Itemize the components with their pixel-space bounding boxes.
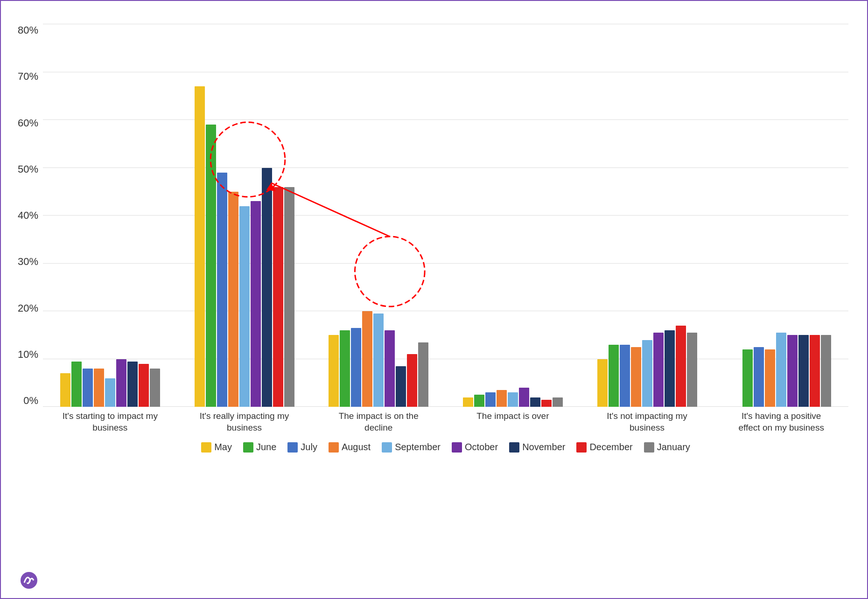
bar: [642, 340, 652, 407]
bar: [508, 392, 518, 407]
y-axis: 0%10%20%30%40%50%60%70%80%: [8, 24, 38, 407]
bar: [273, 187, 283, 407]
x-axis-labels: It's starting to impact mybusinessIt's r…: [43, 411, 848, 433]
bar: [340, 330, 350, 407]
legend-color-swatch: [576, 442, 587, 453]
bar: [329, 335, 339, 407]
y-axis-label: 50%: [8, 163, 38, 175]
bar: [217, 173, 227, 407]
legend-item: July: [287, 442, 317, 453]
category-group: [446, 24, 580, 407]
y-axis-label: 60%: [8, 117, 38, 129]
bar: [620, 345, 630, 407]
bar: [83, 369, 93, 407]
bar: [71, 362, 82, 407]
x-axis-label: It's not impacting mybusiness: [580, 411, 714, 433]
bar: [485, 392, 496, 407]
bar: [284, 187, 294, 407]
x-axis-label: It's having a positiveeffect on my busin…: [714, 411, 848, 433]
y-axis-label: 80%: [8, 24, 38, 36]
bar: [407, 354, 417, 407]
bars-row: [731, 24, 831, 407]
bar: [251, 201, 261, 407]
legend-item: November: [509, 442, 565, 453]
brand-logo: [20, 571, 43, 590]
category-group: [714, 24, 848, 407]
bar: [519, 388, 529, 407]
bar: [609, 345, 619, 407]
bar: [541, 400, 552, 407]
bar: [597, 359, 608, 407]
category-group: [311, 24, 446, 407]
category-group: [43, 24, 177, 407]
legend-label: October: [465, 442, 498, 453]
bar: [754, 347, 764, 407]
y-axis-label: 10%: [8, 348, 38, 361]
bar: [206, 125, 216, 407]
bar: [463, 397, 473, 407]
chart-container: 0%10%20%30%40%50%60%70%80% It's starting…: [0, 0, 868, 599]
legend-color-swatch: [329, 442, 339, 453]
bar: [676, 326, 686, 407]
legend: MayJuneJulyAugustSeptemberOctoberNovembe…: [43, 442, 848, 453]
x-axis-label: The impact is over: [446, 411, 580, 433]
bar: [665, 330, 675, 407]
legend-color-swatch: [201, 442, 211, 453]
category-group: [177, 24, 312, 407]
y-axis-label: 0%: [8, 395, 38, 407]
bar: [385, 330, 395, 407]
bar: [105, 378, 115, 407]
bar: [631, 347, 641, 407]
legend-color-swatch: [382, 442, 392, 453]
bar: [553, 397, 563, 407]
bar: [821, 335, 831, 407]
legend-label: July: [301, 442, 317, 453]
logo-icon: [20, 571, 38, 590]
bar: [497, 390, 507, 407]
bar: [262, 168, 272, 407]
bar: [351, 328, 361, 407]
bar: [742, 349, 753, 407]
x-axis-label: The impact is on thedecline: [311, 411, 446, 433]
bar: [239, 206, 250, 407]
bar: [776, 333, 786, 407]
bar: [530, 397, 540, 407]
legend-item: January: [644, 442, 690, 453]
legend-label: September: [395, 442, 441, 453]
bars-area: [43, 24, 848, 407]
category-group: [580, 24, 714, 407]
y-axis-label: 20%: [8, 302, 38, 314]
legend-color-swatch: [509, 442, 519, 453]
legend-item: May: [201, 442, 232, 453]
bar: [127, 362, 138, 407]
svg-point-4: [21, 572, 37, 589]
y-axis-label: 70%: [8, 70, 38, 83]
legend-item: August: [329, 442, 371, 453]
bar: [195, 86, 205, 407]
bar: [150, 369, 160, 407]
legend-label: June: [256, 442, 276, 453]
legend-color-swatch: [452, 442, 462, 453]
legend-label: November: [522, 442, 565, 453]
legend-item: December: [576, 442, 632, 453]
bars-row: [463, 24, 563, 407]
legend-item: October: [452, 442, 498, 453]
bar: [396, 366, 406, 407]
legend-item: September: [382, 442, 441, 453]
legend-color-swatch: [243, 442, 253, 453]
bar: [94, 369, 104, 407]
y-axis-label: 30%: [8, 256, 38, 268]
bars-row: [329, 24, 428, 407]
bar: [687, 333, 697, 407]
bar: [787, 335, 798, 407]
bar: [474, 395, 484, 407]
legend-color-swatch: [287, 442, 298, 453]
x-axis-label: It's really impacting mybusiness: [177, 411, 312, 433]
x-axis-label: It's starting to impact mybusiness: [43, 411, 177, 433]
bar: [362, 311, 372, 407]
bar: [116, 359, 126, 407]
bar: [653, 333, 664, 407]
legend-item: June: [243, 442, 276, 453]
chart-area: 0%10%20%30%40%50%60%70%80%: [43, 24, 848, 407]
bars-row: [597, 24, 697, 407]
